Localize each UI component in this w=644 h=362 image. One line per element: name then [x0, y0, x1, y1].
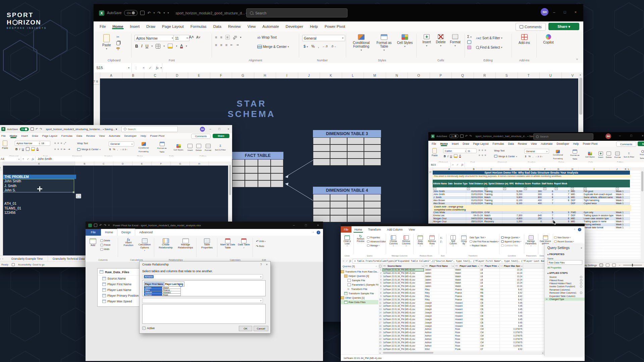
ribbon-tab[interactable]: Draw: [461, 142, 471, 145]
bold-button[interactable]: B: [135, 44, 138, 49]
align-center-icon[interactable]: ≡: [220, 43, 222, 47]
column-header[interactable]: E: [188, 72, 210, 78]
document-title[interactable]: sport_horizon_module3_structuring_fundam…: [46, 128, 117, 131]
undo-button[interactable]: ↶Undo ▾: [256, 240, 266, 243]
delete-cells-button[interactable]: Delete: [196, 144, 202, 152]
preview-col1-header[interactable]: Player First Name: [144, 282, 164, 287]
pq-data-grid[interactable]: ABCSource.Name▾ ABCPlayer First Name▾ AB…: [378, 264, 544, 351]
ribbon-tab[interactable]: Formulas: [59, 134, 74, 137]
fx-icon[interactable]: fx: [349, 259, 351, 262]
group-by-button[interactable]: Group By: [460, 235, 468, 245]
ribbon-tab[interactable]: Developer: [282, 24, 307, 28]
pp-tab[interactable]: Design: [117, 229, 135, 236]
refresh-preview-button[interactable]: ↻Refresh Preview: [356, 235, 366, 242]
column-header[interactable]: J: [298, 72, 320, 78]
pq-tab[interactable]: Transform: [365, 226, 384, 233]
grid-row[interactable]: 171stTeam 22.01.34_PM (MD-4).csvJosephHo…: [378, 321, 544, 325]
applied-step[interactable]: Renamed Columns1: [545, 288, 585, 291]
search-box[interactable]: Search: [246, 8, 347, 17]
document-title[interactable]: sport_horizon_module1_bad_structure_d...…: [476, 135, 539, 138]
column-header[interactable]: L: [627, 168, 630, 170]
dialog-help-icon[interactable]: ?: [260, 263, 262, 266]
format-as-table-button[interactable]: Format as Table: [155, 142, 169, 154]
fill-color-icon[interactable]: [168, 44, 173, 49]
restore-button[interactable]: □: [626, 134, 636, 137]
scroll-left-icon[interactable]: ◂: [379, 352, 380, 354]
column-header[interactable]: F: [152, 162, 171, 166]
column-header[interactable]: C: [144, 72, 166, 78]
column-header[interactable]: A: [433, 168, 466, 170]
wrap-text-button[interactable]: abWrap Text: [257, 36, 277, 39]
column-header[interactable]: C: [482, 168, 500, 170]
table-column-header[interactable]: Report Week: [554, 180, 568, 187]
applied-step[interactable]: Source: [545, 276, 585, 279]
font-color-icon[interactable]: A: [37, 147, 39, 150]
redo-icon[interactable]: ↷: [157, 11, 161, 15]
new-source-button[interactable]: New Source ▾: [554, 236, 574, 239]
column-header[interactable]: B: [75, 162, 94, 166]
accounting-format-icon[interactable]: $ ▾: [304, 44, 308, 48]
ribbon-tab[interactable]: Formulas: [187, 24, 210, 28]
grid-row[interactable]: 61stTeam 22.01.34_PM (MD-4).csvJaidenWal…: [378, 285, 544, 288]
restore-button[interactable]: □: [301, 224, 311, 227]
grid-row[interactable]: 181stTeam 22.01.34_PM (MD-4).csvJosephHo…: [378, 325, 544, 328]
search-box[interactable]: Search: [121, 126, 178, 132]
underline-button[interactable]: U: [22, 147, 24, 151]
restore-button[interactable]: □: [560, 10, 570, 14]
redo-button[interactable]: ↷Redo: [256, 245, 266, 248]
data-source-settings-button[interactable]: Data source settings: [539, 235, 551, 245]
ribbon-tab[interactable]: Home: [109, 24, 127, 28]
table-row[interactable]: Alex Brown01/01/2024Training6,10040078DE…: [433, 199, 630, 202]
cancel-icon[interactable]: ×: [22, 157, 24, 161]
pq-tab[interactable]: View: [406, 226, 418, 233]
number-format-select[interactable]: General▾: [302, 35, 345, 41]
save-icon[interactable]: [460, 134, 464, 138]
redo-icon[interactable]: ↷: [469, 134, 472, 138]
ribbon-tab[interactable]: Page Layout: [40, 134, 59, 137]
remove-rows-button[interactable]: Remove Rows ▾: [427, 235, 437, 247]
delete-cells-button[interactable]: Delete: [606, 152, 611, 159]
format-cells-button[interactable]: Format: [205, 144, 211, 152]
grid-row[interactable]: 251stTeam 22.01.34_PM (MD-4).csvElliotPo…: [378, 348, 544, 351]
insert-cells-button[interactable]: Insert: [187, 144, 193, 152]
table-row[interactable]: John Smith01/01/2024Training5,20030067MI…: [433, 190, 630, 193]
ribbon-tab[interactable]: Home: [438, 142, 450, 145]
applied-steps-section-label[interactable]: APPLIED STEPS: [549, 272, 568, 274]
redo-icon[interactable]: ↷: [40, 127, 42, 131]
sort-descending-icon[interactable]: Z↓: [440, 240, 443, 243]
merge-center-button[interactable]: Merge & Center ▾: [77, 148, 101, 151]
merge-center-button[interactable]: Merge & Center ▾: [494, 155, 517, 158]
undo-icon[interactable]: ↶: [99, 224, 102, 227]
close-button[interactable]: ×: [571, 10, 581, 14]
view-page-break-icon[interactable]: [612, 263, 616, 267]
column-header[interactable]: Q: [452, 72, 474, 78]
applied-step[interactable]: Invoke Custom Function1: [545, 285, 585, 288]
column-header[interactable]: G: [551, 168, 567, 170]
sheet-nav-left-icon[interactable]: ‹: [0, 257, 1, 260]
underline-button[interactable]: U: [450, 155, 452, 158]
active-checkbox[interactable]: ✓ Active: [142, 326, 155, 330]
minimize-button[interactable]: ‒: [549, 10, 559, 14]
formula-input[interactable]: = Table.TransformColumnTypes(#"Expanded …: [353, 259, 546, 263]
copilot-button[interactable]: Copilot: [540, 34, 557, 44]
enter-icon[interactable]: ✓: [346, 259, 348, 262]
advanced-editor-button[interactable]: Advanced Editor: [367, 240, 386, 243]
column-header[interactable]: H: [566, 168, 579, 170]
date-table-button[interactable]: Date Table ▾: [237, 238, 251, 249]
ribbon-tab[interactable]: Review: [84, 134, 97, 137]
grid-row[interactable]: 121stTeam 22.01.34_PM (MD-4).csvJosephHo…: [378, 305, 544, 308]
macro-record-icon[interactable]: [12, 263, 15, 266]
grid-row[interactable]: 11stTeam 22.01.34_PM (MD-4).csvJaidenWal…: [378, 268, 544, 272]
all-properties-link[interactable]: All Properties: [545, 265, 585, 270]
insert-cells-button[interactable]: Insert▾: [420, 34, 433, 48]
column-header[interactable]: D: [501, 168, 521, 170]
calculation-options-button[interactable]: Calculation Options ▾: [137, 238, 153, 252]
align-right-icon[interactable]: ≡: [225, 43, 228, 47]
table-column-header[interactable]: Session Type: [453, 180, 468, 187]
column-header[interactable]: D: [166, 72, 189, 78]
find-select-button[interactable]: Find & Select: [229, 143, 232, 153]
table-row[interactable]: Emma Lee04-01-24Match7,30064077DEFTraili…: [433, 214, 630, 217]
query-tree-item[interactable]: Raw Data Files: [341, 300, 378, 304]
grid-column-header[interactable]: ABCPlayer First Name▾: [424, 264, 454, 268]
row-number[interactable]: 20: [0, 166, 2, 170]
